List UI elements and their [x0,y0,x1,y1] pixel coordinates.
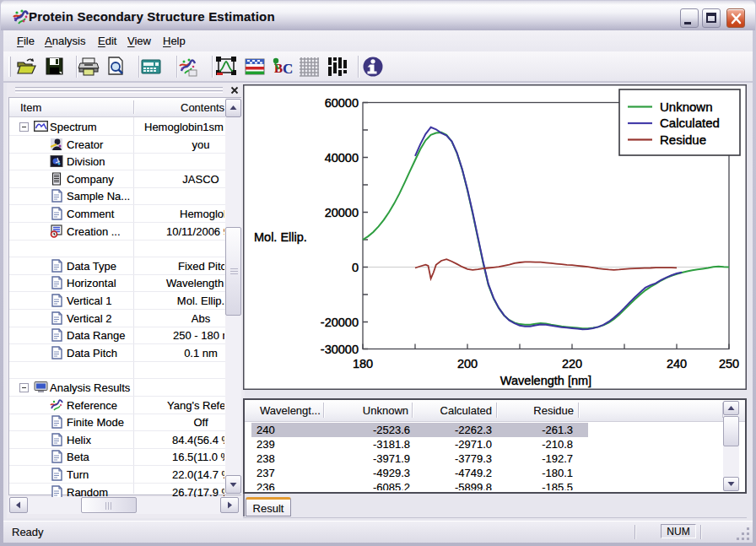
svg-text:-20000: -20000 [321,316,359,329]
svg-text:240: 240 [667,357,687,370]
svg-text:Unknown: Unknown [660,100,713,114]
svg-text:250: 250 [719,357,739,370]
svg-text:C: C [283,61,293,77]
svg-text:Wavelength [nm]: Wavelength [nm] [500,374,591,387]
svg-text:220: 220 [562,357,582,370]
svg-text:Calculated: Calculated [660,116,720,130]
svg-text:Residue: Residue [660,132,706,147]
svg-text:180: 180 [353,357,373,370]
svg-text:200: 200 [457,357,478,370]
svg-text:0: 0 [352,261,359,274]
svg-text:Mol. Ellip.: Mol. Ellip. [254,230,307,244]
svg-text:20000: 20000 [325,206,359,219]
svg-text:40000: 40000 [325,151,359,165]
svg-text:60000: 60000 [325,96,359,110]
svg-text:-30000: -30000 [321,343,359,356]
